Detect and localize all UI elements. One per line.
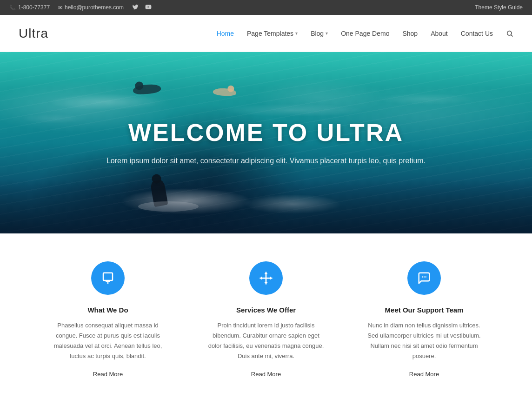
features-section: What We Do Phasellus consequat aliquet m… bbox=[0, 233, 532, 399]
feature-title-3: Meet Our Support Team bbox=[385, 306, 464, 314]
nav-item-about[interactable]: About bbox=[431, 30, 448, 37]
nav-label-home: Home bbox=[217, 30, 234, 37]
theme-style-guide-link[interactable]: Theme Style Guide bbox=[475, 4, 523, 11]
phone-item: 📞 1-800-77377 bbox=[9, 4, 50, 11]
nav-item-page-templates[interactable]: Page Templates ▾ bbox=[247, 30, 298, 37]
feature-desc-3: Nunc in diam non tellus dignissim ultric… bbox=[364, 320, 485, 361]
svg-rect-2 bbox=[103, 273, 113, 280]
feature-what-we-do: What We Do Phasellus consequat aliquet m… bbox=[47, 261, 168, 378]
feature-desc-2: Proin tincidunt lorem id justo facilisis… bbox=[206, 320, 326, 361]
feature-title-2: Services We Offer bbox=[236, 306, 296, 314]
site-logo[interactable]: Ultra bbox=[19, 26, 48, 41]
chevron-down-icon-blog: ▾ bbox=[326, 31, 328, 36]
hero-subtitle: Lorem ipsum dolor sit amet, consectetur … bbox=[106, 155, 426, 167]
nav-label-contact: Contact Us bbox=[461, 30, 493, 37]
feature-icon-chat bbox=[407, 261, 441, 295]
nav-label-blog: Blog bbox=[311, 30, 324, 37]
hero-bottom-gradient bbox=[0, 179, 532, 233]
feature-title-1: What We Do bbox=[87, 306, 128, 314]
nav-list: Home Page Templates ▾ Blog ▾ One Page De… bbox=[217, 30, 513, 37]
phone-number: 1-800-77377 bbox=[18, 4, 50, 11]
email-icon: ✉ bbox=[58, 5, 62, 11]
main-nav: Home Page Templates ▾ Blog ▾ One Page De… bbox=[217, 30, 513, 37]
feature-link-1[interactable]: Read More bbox=[93, 371, 123, 378]
feature-link-2[interactable]: Read More bbox=[251, 371, 281, 378]
feature-icon-tablet bbox=[91, 261, 125, 295]
nav-item-one-page-demo[interactable]: One Page Demo bbox=[341, 30, 389, 37]
nav-label-about: About bbox=[431, 30, 448, 37]
nav-label-shop: Shop bbox=[402, 30, 418, 37]
nav-search-button[interactable] bbox=[506, 30, 513, 37]
top-bar: 📞 1-800-77377 ✉ hello@purothemes.com The… bbox=[0, 0, 532, 15]
hero-section: WELCOME TO ULTRA Lorem ipsum dolor sit a… bbox=[0, 52, 532, 233]
phone-icon: 📞 bbox=[9, 5, 16, 11]
site-header: Ultra Home Page Templates ▾ Blog ▾ One P… bbox=[0, 15, 532, 52]
svg-point-8 bbox=[424, 276, 425, 278]
feature-icon-move bbox=[249, 261, 283, 295]
svg-point-7 bbox=[422, 276, 423, 278]
feature-link-3[interactable]: Read More bbox=[409, 371, 439, 378]
svg-point-9 bbox=[426, 276, 427, 278]
nav-label-page-templates: Page Templates bbox=[247, 30, 293, 37]
feature-support-team: Meet Our Support Team Nunc in diam non t… bbox=[364, 261, 485, 378]
nav-item-shop[interactable]: Shop bbox=[402, 30, 418, 37]
social-icons bbox=[132, 4, 152, 12]
nav-label-one-page-demo: One Page Demo bbox=[341, 30, 389, 37]
feature-desc-1: Phasellus consequat aliquet massa id con… bbox=[47, 320, 168, 361]
nav-item-contact[interactable]: Contact Us bbox=[461, 30, 493, 37]
nav-item-blog[interactable]: Blog ▾ bbox=[311, 30, 328, 37]
email-address: hello@purothemes.com bbox=[65, 4, 124, 11]
hero-title: WELCOME TO ULTRA bbox=[106, 119, 426, 146]
top-bar-left: 📞 1-800-77377 ✉ hello@purothemes.com bbox=[9, 4, 152, 12]
youtube-icon[interactable] bbox=[145, 4, 152, 12]
nav-item-home[interactable]: Home bbox=[217, 30, 234, 37]
twitter-icon[interactable] bbox=[132, 4, 139, 12]
chevron-down-icon: ▾ bbox=[295, 31, 298, 36]
svg-line-1 bbox=[511, 35, 512, 36]
hero-content: WELCOME TO ULTRA Lorem ipsum dolor sit a… bbox=[97, 109, 435, 176]
email-item: ✉ hello@purothemes.com bbox=[58, 4, 124, 11]
feature-services: Services We Offer Proin tincidunt lorem … bbox=[206, 261, 326, 378]
